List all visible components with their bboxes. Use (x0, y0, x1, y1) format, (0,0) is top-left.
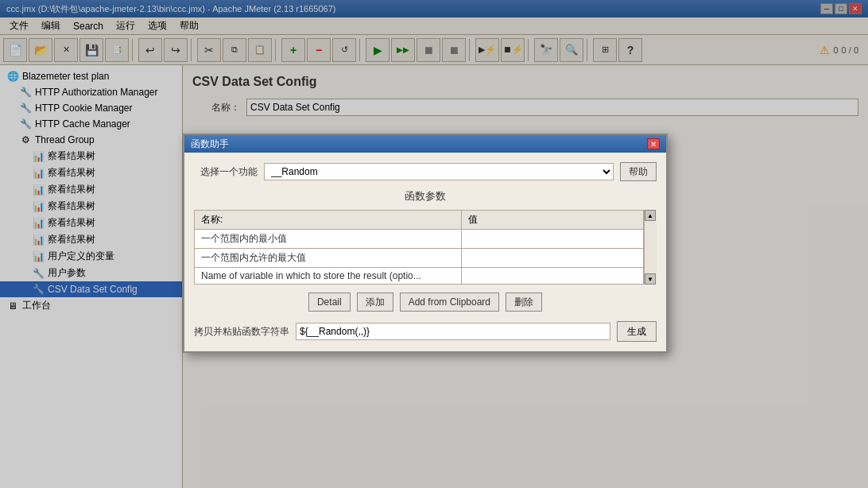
detail-button[interactable]: Detail (308, 292, 351, 312)
scroll-track (645, 221, 657, 273)
select-label: 选择一个功能 (194, 165, 258, 179)
param-name-3: Name of variable in which to store the r… (195, 268, 462, 285)
delete-button[interactable]: 删除 (506, 292, 542, 312)
action-buttons-row: Detail 添加 Add from Clipboard 删除 (194, 292, 657, 312)
param-name-2: 一个范围内允许的最大值 (195, 249, 462, 268)
function-helper-dialog: 函数助手 ✕ 选择一个功能 __Random 帮助 函数参数 名称: (183, 134, 668, 353)
param-value-3[interactable] (462, 268, 644, 285)
function-select[interactable]: __Random (264, 163, 614, 180)
select-function-row: 选择一个功能 __Random 帮助 (194, 162, 657, 181)
footer-label: 拷贝并粘贴函数字符串 (194, 325, 289, 339)
dialog-close-button[interactable]: ✕ (647, 138, 660, 149)
dialog-title: 函数助手 (191, 137, 229, 151)
param-name-1: 一个范围内的最小值 (195, 230, 462, 249)
params-section-title: 函数参数 (194, 189, 657, 203)
params-table-wrapper: 名称: 值 一个范围内的最小值 一个范围内允许的最大值 (194, 210, 657, 285)
table-row: 一个范围内允许的最大值 (195, 249, 644, 268)
table-row: Name of variable in which to store the r… (195, 268, 644, 285)
col-value-header: 值 (462, 211, 644, 230)
dialog-footer: 拷贝并粘贴函数字符串 生成 (194, 321, 657, 342)
col-name-header: 名称: (195, 211, 462, 230)
scroll-down[interactable]: ▼ (645, 273, 656, 285)
function-string-input[interactable] (296, 323, 610, 340)
params-table: 名称: 值 一个范围内的最小值 一个范围内允许的最大值 (194, 210, 644, 285)
dialog-title-bar: 函数助手 ✕ (184, 135, 666, 153)
table-row: 一个范围内的最小值 (195, 230, 644, 249)
generate-button[interactable]: 生成 (617, 321, 657, 342)
add-clipboard-button[interactable]: Add from Clipboard (400, 292, 499, 312)
add-button[interactable]: 添加 (357, 292, 393, 312)
scroll-up[interactable]: ▲ (645, 210, 656, 221)
param-value-2[interactable] (462, 249, 644, 268)
modal-overlay: 函数助手 ✕ 选择一个功能 __Random 帮助 函数参数 名称: (0, 0, 868, 488)
help-button[interactable]: 帮助 (620, 162, 657, 181)
dialog-body: 选择一个功能 __Random 帮助 函数参数 名称: 值 (184, 153, 666, 351)
table-scrollbar[interactable]: ▲ ▼ (644, 210, 657, 285)
param-value-1[interactable] (462, 230, 644, 249)
